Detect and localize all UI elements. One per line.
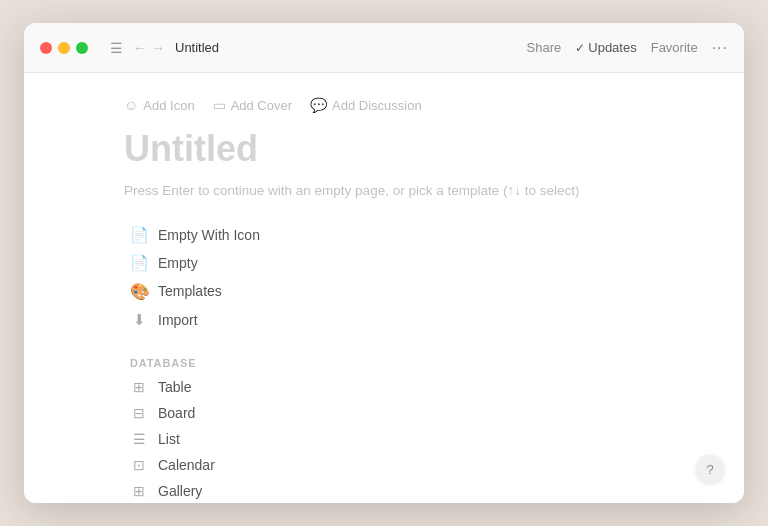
document-icon: 📄: [130, 226, 148, 244]
import-icon: ⬇: [130, 311, 148, 329]
minimize-button[interactable]: [58, 42, 70, 54]
updates-button[interactable]: ✓ Updates: [575, 40, 636, 55]
add-discussion-button[interactable]: 💬 Add Discussion: [310, 97, 422, 113]
empty-document-icon: 📄: [130, 254, 148, 272]
favorite-button[interactable]: Favorite: [651, 40, 698, 55]
list-icon: ☰: [130, 431, 148, 447]
main-content: ☺ Add Icon ▭ Add Cover 💬 Add Discussion …: [24, 73, 744, 503]
image-icon: ▭: [213, 97, 226, 113]
board-item[interactable]: ⊟ Board: [124, 401, 644, 425]
check-icon: ✓: [575, 41, 585, 55]
list-item[interactable]: ☰ List: [124, 427, 644, 451]
close-button[interactable]: [40, 42, 52, 54]
share-button[interactable]: Share: [527, 40, 562, 55]
database-list: ⊞ Table ⊟ Board ☰ List ⊡ Calendar ⊞ Ga: [124, 375, 644, 503]
gallery-item[interactable]: ⊞ Gallery: [124, 479, 644, 503]
add-icon-button[interactable]: ☺ Add Icon: [124, 97, 195, 113]
templates-item[interactable]: 🎨 Templates: [124, 278, 644, 305]
page-heading[interactable]: Untitled: [124, 129, 644, 169]
gallery-icon: ⊞: [130, 483, 148, 499]
traffic-lights: [40, 42, 88, 54]
table-icon: ⊞: [130, 379, 148, 395]
help-button[interactable]: ?: [696, 455, 724, 483]
maximize-button[interactable]: [76, 42, 88, 54]
menu-icon[interactable]: ☰: [110, 40, 123, 56]
import-item[interactable]: ⬇ Import: [124, 307, 644, 333]
titlebar: ☰ ← → Untitled Share ✓ Updates Favorite …: [24, 23, 744, 73]
main-window: ☰ ← → Untitled Share ✓ Updates Favorite …: [24, 23, 744, 503]
table-item[interactable]: ⊞ Table: [124, 375, 644, 399]
smiley-icon: ☺: [124, 97, 138, 113]
meta-actions: ☺ Add Icon ▭ Add Cover 💬 Add Discussion: [124, 97, 644, 113]
add-cover-button[interactable]: ▭ Add Cover: [213, 97, 292, 113]
calendar-item[interactable]: ⊡ Calendar: [124, 453, 644, 477]
page-title-label: Untitled: [175, 40, 219, 55]
calendar-icon: ⊡: [130, 457, 148, 473]
board-icon: ⊟: [130, 405, 148, 421]
titlebar-right: Share ✓ Updates Favorite ···: [527, 39, 728, 57]
comment-icon: 💬: [310, 97, 327, 113]
templates-icon: 🎨: [130, 282, 148, 301]
more-button[interactable]: ···: [712, 39, 728, 57]
template-list: 📄 Empty With Icon 📄 Empty 🎨 Templates ⬇ …: [124, 222, 644, 333]
forward-arrow[interactable]: →: [151, 40, 165, 56]
database-section-label: DATABASE: [124, 357, 644, 369]
empty-with-icon-item[interactable]: 📄 Empty With Icon: [124, 222, 644, 248]
nav-arrows: ← →: [133, 40, 165, 56]
titlebar-left: ☰ ← → Untitled: [40, 40, 219, 56]
empty-item[interactable]: 📄 Empty: [124, 250, 644, 276]
hint-text: Press Enter to continue with an empty pa…: [124, 183, 644, 198]
back-arrow[interactable]: ←: [133, 40, 147, 56]
